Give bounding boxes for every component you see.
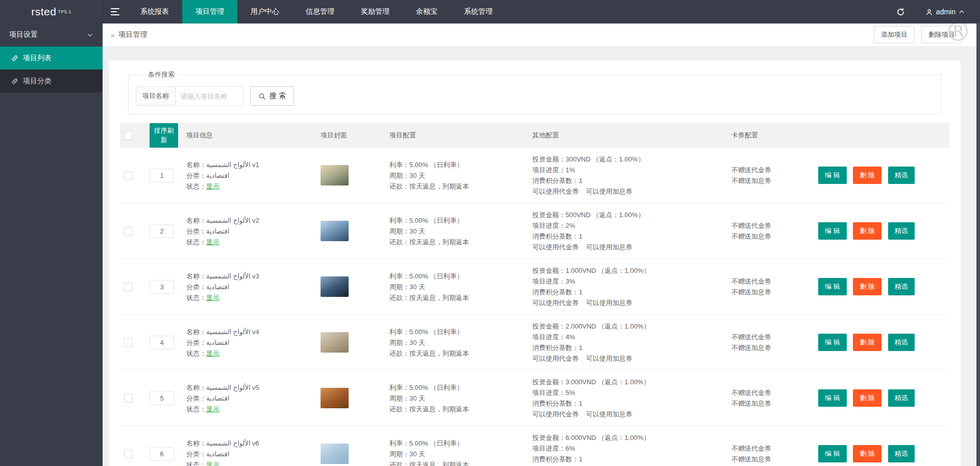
delete-button[interactable]: 删 除 — [853, 167, 881, 184]
rate-value: 5.00% — [409, 161, 428, 169]
status-toggle-link[interactable]: 显示 — [206, 182, 219, 190]
sort-refresh-button[interactable]: 排序刷新 — [150, 123, 178, 148]
order-input[interactable] — [150, 336, 174, 350]
repay-label: 还款： — [389, 182, 409, 190]
row-checkbox[interactable] — [124, 227, 133, 236]
repay-label: 还款： — [389, 294, 409, 301]
category-label: 分类： — [186, 339, 206, 346]
featured-button[interactable]: 精选 — [888, 389, 915, 407]
nav-item-2[interactable]: 用户中心 — [237, 0, 292, 24]
status-toggle-link[interactable]: 显示 — [206, 461, 219, 466]
no-interest-gift: 不赠送加息券 — [731, 231, 810, 242]
can-use-voucher: 可以使用代金券 — [532, 355, 579, 362]
progress-value: 1% — [566, 166, 575, 174]
status-toggle-link[interactable]: 显示 — [206, 350, 219, 357]
sidebar-group-project-settings[interactable]: 项目设置 — [0, 24, 103, 46]
search-button-label: 搜 索 — [270, 91, 286, 101]
status-toggle-link[interactable]: 显示 — [206, 405, 219, 413]
chevron-up-icon — [959, 9, 965, 15]
add-project-button[interactable]: 添加项目 — [874, 26, 915, 43]
amount-value: 6.000VND — [566, 434, 596, 441]
row-checkbox[interactable] — [124, 283, 133, 291]
delete-project-button[interactable]: 删除项目 — [921, 26, 962, 43]
featured-button[interactable]: 精选 — [888, 278, 915, 295]
status-toggle-link[interactable]: 显示 — [206, 238, 219, 246]
row-checkbox[interactable] — [124, 450, 133, 458]
project-cover-image — [321, 165, 349, 185]
project-category: اقتصادية — [206, 450, 229, 458]
hamburger-icon[interactable] — [103, 0, 127, 24]
rate-note: （日利率） — [430, 272, 463, 280]
nav-item-5[interactable]: 余额宝 — [403, 0, 451, 24]
delete-button[interactable]: 删 除 — [853, 334, 881, 351]
can-use-voucher: 可以使用代金券 — [532, 243, 579, 251]
order-input[interactable] — [150, 224, 174, 238]
sidebar-item-0[interactable]: 项目列表 — [0, 46, 103, 69]
app-logo: rstedTP5.1 — [0, 0, 103, 24]
rebate-note: （返点：1.00%） — [593, 211, 645, 219]
project-category: اقتصادية — [206, 339, 229, 346]
edit-button[interactable]: 编 辑 — [818, 278, 847, 295]
repay-value: 按天返息，到期返本 — [409, 182, 469, 190]
delete-button[interactable]: 删 除 — [853, 389, 881, 407]
nav-item-4[interactable]: 奖励管理 — [348, 0, 403, 24]
amount-label: 投资金额： — [532, 155, 566, 163]
nav-item-6[interactable]: 系统管理 — [451, 0, 506, 24]
name-label: 名称： — [186, 272, 206, 280]
can-use-voucher: 可以使用代金券 — [532, 188, 579, 195]
sidebar-item-1[interactable]: 项目分类 — [0, 69, 103, 92]
amount-value: 300VND — [566, 155, 591, 163]
delete-button[interactable]: 删 除 — [853, 445, 881, 462]
edit-button[interactable]: 编 辑 — [818, 334, 847, 351]
edit-button[interactable]: 编 辑 — [818, 167, 847, 184]
rebate-note: （返点：1.00%） — [598, 434, 650, 441]
user-menu[interactable]: admin — [916, 0, 980, 24]
order-input[interactable] — [150, 447, 174, 461]
row-checkbox[interactable] — [124, 394, 133, 403]
edit-button[interactable]: 编 辑 — [818, 445, 847, 462]
nav-item-3[interactable]: 信息管理 — [292, 0, 348, 24]
featured-button[interactable]: 精选 — [888, 334, 915, 351]
featured-button[interactable]: 精选 — [888, 445, 915, 462]
link-icon — [11, 55, 18, 62]
row-checkbox[interactable] — [124, 171, 133, 180]
status-label: 状态： — [186, 405, 206, 413]
nav-item-1[interactable]: 项目管理 — [182, 0, 237, 24]
column-header-cover: 项目封面 — [316, 123, 385, 148]
repay-value: 按天返息，到期返本 — [409, 461, 469, 466]
featured-button[interactable]: 精选 — [888, 167, 915, 184]
row-checkbox[interactable] — [124, 338, 133, 347]
vertical-scrollbar[interactable] — [976, 24, 980, 466]
order-input[interactable] — [150, 169, 174, 182]
table-row: 名称：الألواح الشمسية v2 分类：اقتصادية 状态：显示 … — [120, 203, 949, 259]
no-voucher-gift: 不赠送代金券 — [731, 276, 810, 287]
refresh-button[interactable] — [885, 0, 916, 24]
delete-button[interactable]: 删 除 — [853, 278, 881, 295]
status-toggle-link[interactable]: 显示 — [206, 294, 219, 301]
name-label: 名称： — [186, 328, 206, 336]
nav-item-0[interactable]: 系统报表 — [127, 0, 182, 24]
order-input[interactable] — [150, 391, 174, 405]
status-label: 状态： — [186, 294, 206, 301]
project-cover-image — [321, 332, 349, 353]
project-name-input[interactable] — [176, 86, 243, 106]
featured-button[interactable]: 精选 — [888, 222, 915, 240]
can-use-interest-coupon: 可以使用加息券 — [586, 410, 632, 418]
edit-button[interactable]: 编 辑 — [818, 389, 847, 407]
period-value: 30 天 — [409, 394, 425, 402]
can-use-voucher: 可以使用代金券 — [532, 299, 579, 307]
rate-value: 5.00% — [409, 217, 428, 224]
points-label: 消费积分基数： — [532, 455, 579, 463]
topbar: rstedTP5.1 系统报表项目管理用户中心信息管理奖励管理余额宝系统管理 a… — [0, 0, 980, 24]
project-category: اقتصادية — [206, 227, 229, 235]
select-all-checkbox[interactable] — [124, 131, 133, 140]
rate-value: 5.00% — [409, 384, 428, 391]
table-row: 名称：الألواح الشمسية v5 分类：اقتصادية 状态：显示 … — [120, 370, 949, 426]
order-input[interactable] — [150, 280, 174, 294]
delete-button[interactable]: 删 除 — [853, 222, 881, 240]
search-button[interactable]: 搜 索 — [250, 86, 294, 106]
progress-value: 3% — [566, 277, 575, 285]
status-label: 状态： — [186, 238, 206, 246]
can-use-voucher: 可以使用代金券 — [532, 410, 579, 418]
edit-button[interactable]: 编 辑 — [818, 222, 847, 240]
